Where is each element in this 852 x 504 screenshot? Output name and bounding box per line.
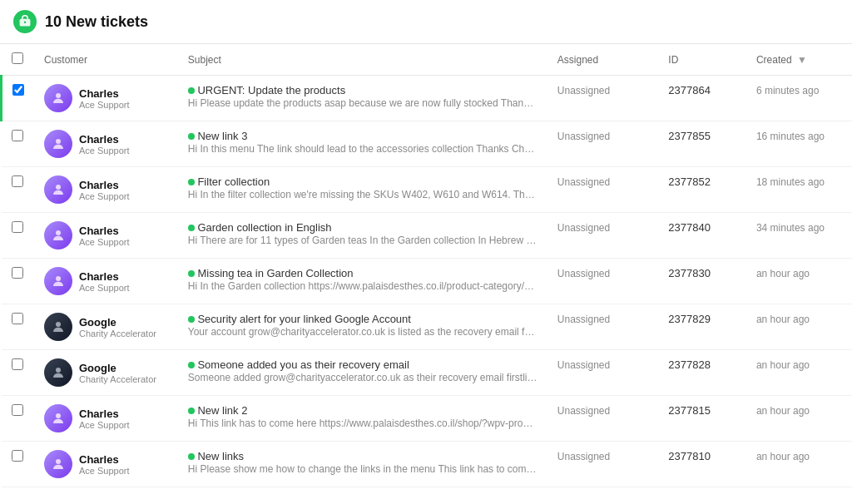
table-row[interactable]: Charles Ace Support Filter collection Hi… — [2, 167, 853, 213]
new-dot-icon — [188, 362, 195, 368]
table-row[interactable]: Charles Ace Support Missing tea in Garde… — [2, 259, 853, 304]
row-checkbox-cell — [2, 350, 35, 396]
row-checkbox-cell — [2, 213, 35, 259]
table-row[interactable]: Charles Ace Support Garden collection in… — [2, 213, 853, 259]
subject-cell: Security alert for your linked Google Ac… — [178, 304, 547, 350]
customer-org: Ace Support — [79, 466, 130, 476]
customer-org: Charity Accelerator — [79, 329, 156, 338]
row-checkbox-cell — [2, 259, 35, 304]
customer-org: Ace Support — [79, 146, 130, 156]
customer-cell: Charles Ace Support — [34, 167, 178, 213]
customer-info: Charles Ace Support — [79, 408, 130, 430]
col-header-created[interactable]: Created ▼ — [746, 44, 852, 76]
subject-preview: Hi In the Garden collection https://www.… — [188, 279, 537, 294]
subject-preview: Hi This link has to come here https://ww… — [188, 417, 537, 431]
row-checkbox[interactable] — [12, 175, 23, 187]
created-cell: an hour ago — [746, 442, 852, 487]
ticket-id-cell: 2377830 — [658, 259, 746, 304]
ticket-id-value: 2377840 — [668, 221, 711, 234]
subject-title-text: New links — [197, 450, 244, 462]
created-cell: an hour ago — [746, 259, 852, 304]
row-checkbox[interactable] — [12, 84, 24, 96]
subject-preview: Hi There are for 11 types of Garden teas… — [188, 234, 537, 248]
row-checkbox[interactable] — [12, 221, 23, 233]
table-row[interactable]: Charles Ace Support New link 3 Hi In thi… — [2, 121, 853, 167]
table-row[interactable]: Charles Ace Support URGENT: Update the p… — [2, 76, 853, 121]
table-row[interactable]: Charles Ace Support New link 2 Hi This l… — [2, 396, 853, 442]
assigned-cell: Unassigned — [547, 396, 659, 442]
assigned-cell: Unassigned — [547, 259, 659, 304]
assigned-value: Unassigned — [557, 176, 610, 188]
ticket-id-cell: 2377864 — [658, 76, 746, 121]
customer-info: Charles Ace Support — [79, 453, 130, 476]
subject-title: URGENT: Update the products — [188, 84, 537, 96]
assigned-value: Unassigned — [557, 131, 610, 142]
created-value: an hour ago — [756, 268, 810, 279]
customer-org: Ace Support — [79, 100, 130, 110]
customer-name: Charles — [79, 133, 130, 146]
avatar — [44, 450, 72, 478]
subject-preview: Hi In this menu The link should lead to … — [188, 142, 537, 156]
ticket-id-cell: 2377829 — [658, 304, 746, 350]
subject-cell: New links Hi Please show me how to chang… — [178, 442, 547, 487]
customer-org: Ace Support — [79, 191, 130, 201]
subject-cell: Filter collection Hi In the filter colle… — [178, 167, 547, 213]
assigned-cell: Unassigned — [547, 304, 659, 350]
subject-cell: URGENT: Update the products Hi Please up… — [178, 76, 547, 121]
new-dot-icon — [188, 453, 195, 460]
customer-org: Charity Accelerator — [79, 374, 156, 384]
svg-point-7 — [56, 322, 61, 327]
subject-title: Filter collection — [188, 175, 537, 188]
assigned-value: Unassigned — [557, 85, 610, 96]
assigned-cell: Unassigned — [547, 121, 659, 167]
ticket-id-value: 2377829 — [668, 313, 711, 325]
assigned-cell: Unassigned — [547, 442, 659, 487]
ticket-id-value: 2377855 — [668, 130, 711, 142]
assigned-value: Unassigned — [557, 314, 610, 325]
customer-org: Ace Support — [79, 237, 130, 247]
row-checkbox[interactable] — [12, 130, 23, 141]
new-dot-icon — [188, 316, 195, 323]
svg-point-8 — [56, 368, 61, 373]
subject-title: Missing tea in Garden Collection — [188, 267, 537, 279]
ticket-id-cell: 2377852 — [658, 167, 746, 213]
table-row[interactable]: Google Charity Accelerator Someone added… — [2, 350, 853, 396]
created-value: 6 minutes ago — [756, 85, 819, 96]
select-all-checkbox[interactable] — [12, 52, 23, 64]
subject-title-text: Garden collection in English — [197, 221, 331, 234]
page-title: 10 New tickets — [45, 13, 148, 31]
row-checkbox[interactable] — [12, 313, 23, 324]
avatar — [44, 84, 72, 112]
ticket-id-cell: 2377828 — [658, 350, 746, 396]
created-value: 18 minutes ago — [756, 176, 825, 188]
sort-arrow-icon: ▼ — [797, 54, 807, 66]
new-dot-icon — [188, 225, 195, 231]
svg-point-9 — [56, 413, 61, 418]
assigned-cell: Unassigned — [547, 76, 659, 121]
row-checkbox[interactable] — [12, 404, 23, 416]
svg-point-5 — [56, 230, 61, 235]
ticket-id-value: 2377852 — [668, 175, 711, 188]
header: 10 New tickets — [0, 0, 852, 44]
customer-cell: Google Charity Accelerator — [34, 304, 178, 350]
created-cell: an hour ago — [746, 304, 852, 350]
customer-info: Charles Ace Support — [79, 87, 130, 110]
row-checkbox[interactable] — [12, 267, 23, 279]
subject-title: New link 3 — [188, 130, 537, 142]
customer-info: Google Charity Accelerator — [79, 362, 156, 384]
created-cell: 16 minutes ago — [746, 121, 852, 167]
new-dot-icon — [188, 270, 195, 277]
table-row[interactable]: Charles Ace Support New links Hi Please … — [2, 442, 853, 487]
created-cell: 34 minutes ago — [746, 213, 852, 259]
customer-info: Charles Ace Support — [79, 179, 130, 201]
customer-name: Charles — [79, 453, 130, 466]
table-row[interactable]: Google Charity Accelerator Security aler… — [2, 304, 853, 350]
subject-title: New links — [188, 450, 537, 462]
ticket-id-value: 2377864 — [668, 84, 711, 96]
row-checkbox[interactable] — [12, 358, 23, 370]
row-checkbox[interactable] — [12, 450, 23, 462]
customer-name: Charles — [79, 225, 130, 237]
new-dot-icon — [188, 87, 195, 94]
customer-cell: Charles Ace Support — [34, 76, 178, 121]
avatar — [44, 313, 72, 341]
